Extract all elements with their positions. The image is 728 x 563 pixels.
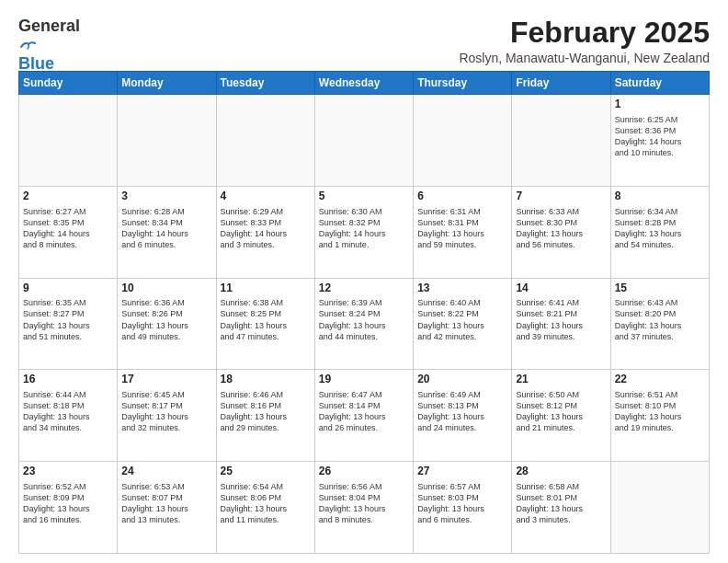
week-row-0: 1Sunrise: 6:25 AM Sunset: 8:36 PM Daylig… <box>19 95 710 187</box>
day-info: Sunrise: 6:30 AM Sunset: 8:32 PM Dayligh… <box>319 206 409 251</box>
logo: General Blue <box>18 17 92 55</box>
day-number: 17 <box>121 373 211 387</box>
page: General Blue February 2025 Roslyn, Manaw… <box>0 0 728 563</box>
weekday-header-row: SundayMondayTuesdayWednesdayThursdayFrid… <box>19 72 710 95</box>
week-row-3: 16Sunrise: 6:44 AM Sunset: 8:18 PM Dayli… <box>19 370 710 462</box>
day-info: Sunrise: 6:29 AM Sunset: 8:33 PM Dayligh… <box>221 206 311 251</box>
calendar-cell: 27Sunrise: 6:57 AM Sunset: 8:03 PM Dayli… <box>414 462 512 554</box>
day-info: Sunrise: 6:45 AM Sunset: 8:17 PM Dayligh… <box>121 389 211 434</box>
logo-text: General Blue <box>18 17 92 74</box>
weekday-header-sunday: Sunday <box>19 72 118 95</box>
day-number: 12 <box>319 282 409 296</box>
day-info: Sunrise: 6:38 AM Sunset: 8:25 PM Dayligh… <box>221 297 311 342</box>
calendar-cell: 23Sunrise: 6:52 AM Sunset: 8:09 PM Dayli… <box>19 462 118 554</box>
week-row-1: 2Sunrise: 6:27 AM Sunset: 8:35 PM Daylig… <box>19 186 710 278</box>
day-number: 26 <box>319 465 409 479</box>
day-info: Sunrise: 6:51 AM Sunset: 8:10 PM Dayligh… <box>615 389 705 434</box>
weekday-header-monday: Monday <box>118 72 216 95</box>
calendar-cell <box>512 95 610 187</box>
day-number: 24 <box>121 465 211 479</box>
day-info: Sunrise: 6:25 AM Sunset: 8:36 PM Dayligh… <box>615 114 705 159</box>
day-info: Sunrise: 6:47 AM Sunset: 8:14 PM Dayligh… <box>319 389 409 434</box>
calendar-cell: 3Sunrise: 6:28 AM Sunset: 8:34 PM Daylig… <box>118 186 216 278</box>
day-number: 5 <box>319 190 409 204</box>
calendar-cell <box>216 95 314 187</box>
day-info: Sunrise: 6:33 AM Sunset: 8:30 PM Dayligh… <box>516 206 606 251</box>
header: General Blue February 2025 Roslyn, Manaw… <box>18 17 710 65</box>
week-row-4: 23Sunrise: 6:52 AM Sunset: 8:09 PM Dayli… <box>19 462 710 554</box>
calendar-cell: 9Sunrise: 6:35 AM Sunset: 8:27 PM Daylig… <box>19 278 118 370</box>
calendar-cell: 18Sunrise: 6:46 AM Sunset: 8:16 PM Dayli… <box>216 370 314 462</box>
day-number: 3 <box>121 190 211 204</box>
day-info: Sunrise: 6:27 AM Sunset: 8:35 PM Dayligh… <box>23 206 113 251</box>
day-number: 4 <box>221 190 311 204</box>
day-info: Sunrise: 6:31 AM Sunset: 8:31 PM Dayligh… <box>417 206 507 251</box>
day-info: Sunrise: 6:57 AM Sunset: 8:03 PM Dayligh… <box>417 481 507 526</box>
calendar-cell: 13Sunrise: 6:40 AM Sunset: 8:22 PM Dayli… <box>414 278 512 370</box>
weekday-header-wednesday: Wednesday <box>314 72 413 95</box>
day-info: Sunrise: 6:58 AM Sunset: 8:01 PM Dayligh… <box>516 481 606 526</box>
calendar-cell: 10Sunrise: 6:36 AM Sunset: 8:26 PM Dayli… <box>118 278 216 370</box>
calendar-cell: 12Sunrise: 6:39 AM Sunset: 8:24 PM Dayli… <box>314 278 413 370</box>
day-info: Sunrise: 6:49 AM Sunset: 8:13 PM Dayligh… <box>417 389 507 434</box>
day-info: Sunrise: 6:40 AM Sunset: 8:22 PM Dayligh… <box>417 297 507 342</box>
day-number: 23 <box>23 465 113 479</box>
day-number: 16 <box>23 373 113 387</box>
day-number: 21 <box>516 373 606 387</box>
title-block: February 2025 Roslyn, Manawatu-Wanganui,… <box>459 17 710 65</box>
calendar-cell: 25Sunrise: 6:54 AM Sunset: 8:06 PM Dayli… <box>216 462 314 554</box>
day-number: 2 <box>23 190 113 204</box>
logo-blue: Blue <box>18 54 54 73</box>
calendar-cell: 15Sunrise: 6:43 AM Sunset: 8:20 PM Dayli… <box>610 278 709 370</box>
day-info: Sunrise: 6:28 AM Sunset: 8:34 PM Dayligh… <box>121 206 211 251</box>
calendar-cell: 24Sunrise: 6:53 AM Sunset: 8:07 PM Dayli… <box>118 462 216 554</box>
location: Roslyn, Manawatu-Wanganui, New Zealand <box>459 51 710 65</box>
day-number: 20 <box>417 373 507 387</box>
calendar-cell: 19Sunrise: 6:47 AM Sunset: 8:14 PM Dayli… <box>314 370 413 462</box>
day-number: 11 <box>221 282 311 296</box>
day-number: 22 <box>615 373 705 387</box>
calendar-cell: 26Sunrise: 6:56 AM Sunset: 8:04 PM Dayli… <box>314 462 413 554</box>
calendar-cell: 8Sunrise: 6:34 AM Sunset: 8:28 PM Daylig… <box>610 186 709 278</box>
calendar-cell: 4Sunrise: 6:29 AM Sunset: 8:33 PM Daylig… <box>216 186 314 278</box>
day-number: 28 <box>516 465 606 479</box>
month-title: February 2025 <box>459 17 710 49</box>
calendar-cell <box>118 95 216 187</box>
day-info: Sunrise: 6:43 AM Sunset: 8:20 PM Dayligh… <box>615 297 705 342</box>
day-number: 14 <box>516 282 606 296</box>
calendar-cell <box>19 95 118 187</box>
day-number: 18 <box>221 373 311 387</box>
weekday-header-friday: Friday <box>512 72 610 95</box>
day-number: 27 <box>417 465 507 479</box>
calendar-cell: 22Sunrise: 6:51 AM Sunset: 8:10 PM Dayli… <box>610 370 709 462</box>
calendar-cell: 20Sunrise: 6:49 AM Sunset: 8:13 PM Dayli… <box>414 370 512 462</box>
day-number: 19 <box>319 373 409 387</box>
day-info: Sunrise: 6:52 AM Sunset: 8:09 PM Dayligh… <box>23 481 113 526</box>
calendar-cell: 28Sunrise: 6:58 AM Sunset: 8:01 PM Dayli… <box>512 462 610 554</box>
day-info: Sunrise: 6:50 AM Sunset: 8:12 PM Dayligh… <box>516 389 606 434</box>
calendar-cell: 7Sunrise: 6:33 AM Sunset: 8:30 PM Daylig… <box>512 186 610 278</box>
calendar-cell <box>610 462 709 554</box>
calendar-cell: 21Sunrise: 6:50 AM Sunset: 8:12 PM Dayli… <box>512 370 610 462</box>
day-info: Sunrise: 6:34 AM Sunset: 8:28 PM Dayligh… <box>615 206 705 251</box>
calendar-table: SundayMondayTuesdayWednesdayThursdayFrid… <box>18 71 710 554</box>
day-info: Sunrise: 6:54 AM Sunset: 8:06 PM Dayligh… <box>221 481 311 526</box>
day-info: Sunrise: 6:35 AM Sunset: 8:27 PM Dayligh… <box>23 297 113 342</box>
day-info: Sunrise: 6:53 AM Sunset: 8:07 PM Dayligh… <box>121 481 211 526</box>
day-info: Sunrise: 6:36 AM Sunset: 8:26 PM Dayligh… <box>121 297 211 342</box>
day-number: 1 <box>615 98 705 112</box>
day-number: 13 <box>417 282 507 296</box>
calendar-cell <box>314 95 413 187</box>
weekday-header-thursday: Thursday <box>414 72 512 95</box>
calendar-cell: 1Sunrise: 6:25 AM Sunset: 8:36 PM Daylig… <box>610 95 709 187</box>
weekday-header-tuesday: Tuesday <box>216 72 314 95</box>
day-info: Sunrise: 6:56 AM Sunset: 8:04 PM Dayligh… <box>319 481 409 526</box>
calendar-cell: 6Sunrise: 6:31 AM Sunset: 8:31 PM Daylig… <box>414 186 512 278</box>
bird-icon <box>19 40 36 52</box>
calendar-cell <box>414 95 512 187</box>
day-info: Sunrise: 6:39 AM Sunset: 8:24 PM Dayligh… <box>319 297 409 342</box>
day-number: 9 <box>23 282 113 296</box>
day-info: Sunrise: 6:44 AM Sunset: 8:18 PM Dayligh… <box>23 389 113 434</box>
day-number: 25 <box>221 465 311 479</box>
day-number: 15 <box>615 282 705 296</box>
